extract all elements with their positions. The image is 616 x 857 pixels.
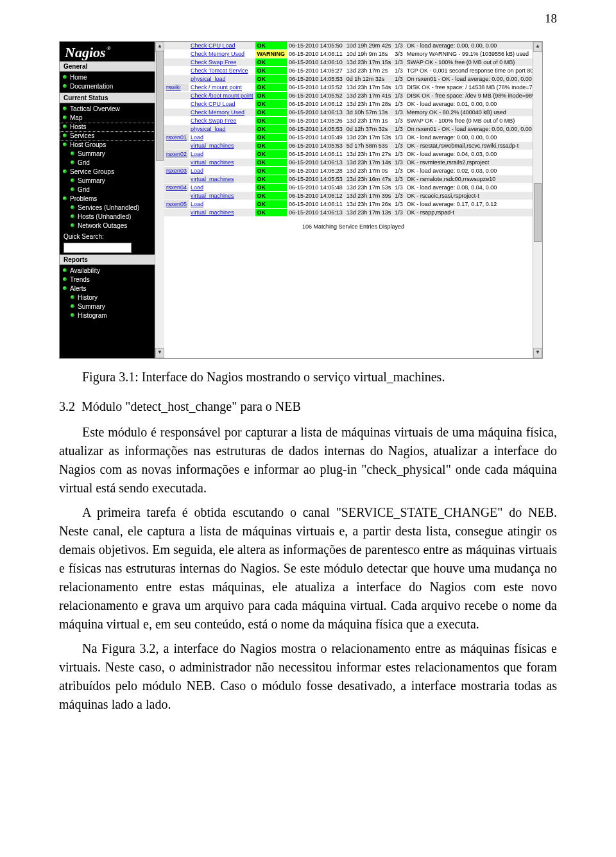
duration-cell: 13d 23h 17m 28s xyxy=(345,100,393,108)
sidebar-item[interactable]: Problems xyxy=(60,195,164,203)
lastcheck-cell: 06-15-2010 14:06:11 xyxy=(287,150,345,159)
bullet-icon xyxy=(71,178,74,182)
sidebar-item[interactable]: Service Groups xyxy=(60,168,164,177)
sidebar-item[interactable]: Summary xyxy=(60,150,164,159)
table-row: virtual_machinesOK06-15-2010 14:06:1213d… xyxy=(164,192,542,200)
host-cell[interactable]: rsxen03 xyxy=(164,167,189,175)
host-cell[interactable]: rsxen02 xyxy=(164,150,189,159)
sidebar-item[interactable]: Map xyxy=(60,114,164,123)
service-cell[interactable]: Check /boot mount point xyxy=(189,92,255,100)
duration-cell: 13d 23h 17m 0s xyxy=(345,167,393,175)
status-cell: OK xyxy=(255,75,287,83)
sidebar-item[interactable]: Alerts xyxy=(60,284,164,293)
table-row: Check CPU LoadOK06-15-2010 14:05:5010d 1… xyxy=(164,42,542,50)
sidebar-item-label: Trends xyxy=(70,276,90,283)
sidebar-item[interactable]: Services (Unhandled) xyxy=(60,203,164,212)
status-cell: OK xyxy=(255,209,287,217)
service-cell[interactable]: Check CPU Load xyxy=(189,100,255,108)
service-cell[interactable]: Check / mount point xyxy=(189,83,255,92)
bullet-icon xyxy=(63,268,67,272)
service-cell[interactable]: virtual_machines xyxy=(189,192,255,200)
lastcheck-cell: 06-15-2010 14:06:13 xyxy=(287,209,345,217)
host-cell xyxy=(164,125,189,134)
section-number: 3.2 xyxy=(59,399,75,414)
sidebar-group-header: Current Status xyxy=(60,92,164,103)
host-cell xyxy=(164,58,189,67)
scroll-down-icon[interactable]: ▼ xyxy=(155,348,164,358)
table-row: Check Tomcat ServiceOK06-15-2010 14:05:2… xyxy=(164,67,542,75)
service-cell[interactable]: Check Memory Used xyxy=(189,108,255,117)
sidebar-scrollbar[interactable]: ▲ ▼ xyxy=(155,42,164,358)
sidebar-item[interactable]: Trends xyxy=(60,275,164,284)
lastcheck-cell: 06-15-2010 14:06:11 xyxy=(287,200,345,209)
sidebar-item-label: Services xyxy=(70,132,94,139)
service-status-table: Check CPU LoadOK06-15-2010 14:05:5010d 1… xyxy=(164,42,542,217)
status-cell: OK xyxy=(255,92,287,100)
sidebar-item[interactable]: Home xyxy=(60,73,164,82)
sidebar-item[interactable]: Services xyxy=(60,132,164,141)
sidebar-item-label: Grid xyxy=(78,159,90,166)
sidebar-item[interactable]: Network Outages xyxy=(60,221,164,230)
service-cell[interactable]: Load xyxy=(189,150,255,159)
service-cell[interactable]: virtual_machines xyxy=(189,209,255,217)
lastcheck-cell: 06-15-2010 14:06:12 xyxy=(287,100,345,108)
sidebar-item[interactable]: Grid xyxy=(60,159,164,168)
service-cell[interactable]: Load xyxy=(189,167,255,175)
table-row: Check Memory UsedWARNING06-15-2010 14:06… xyxy=(164,50,542,58)
status-cell: WARNING xyxy=(255,50,287,58)
main-scrollbar[interactable]: ▲ ▼ xyxy=(533,42,542,358)
host-cell[interactable]: rswiki xyxy=(164,83,189,92)
attempt-cell: 1/3 xyxy=(393,75,405,83)
statusinfo-cell: Memory OK - 80.2% (400040 kB) used xyxy=(405,108,542,117)
service-cell[interactable]: virtual_machines xyxy=(189,159,255,167)
lastcheck-cell: 06-15-2010 14:05:26 xyxy=(287,117,345,125)
sidebar-item[interactable]: Host Groups xyxy=(60,141,164,150)
host-cell[interactable]: rsxen05 xyxy=(164,200,189,209)
service-cell[interactable]: physical_load xyxy=(189,75,255,83)
service-cell[interactable]: Load xyxy=(189,200,255,209)
sidebar-item[interactable]: Documentation xyxy=(60,82,164,91)
sidebar-item[interactable]: Hosts xyxy=(60,123,164,132)
table-row: virtual_machinesOK06-15-2010 14:05:5313d… xyxy=(164,175,542,184)
scroll-thumb[interactable] xyxy=(534,183,542,242)
sidebar-item[interactable]: Grid xyxy=(60,186,164,195)
service-cell[interactable]: virtual_machines xyxy=(189,142,255,150)
attempt-cell: 1/3 xyxy=(393,209,405,217)
status-cell: OK xyxy=(255,200,287,209)
host-cell xyxy=(164,67,189,75)
service-cell[interactable]: Check Memory Used xyxy=(189,50,255,58)
status-cell: OK xyxy=(255,134,287,142)
quick-search-input[interactable] xyxy=(64,243,132,253)
scroll-up-icon[interactable]: ▲ xyxy=(533,42,542,52)
service-cell[interactable]: Check Swap Free xyxy=(189,117,255,125)
body-paragraph: Na Figura 3.2, a interface do Nagios mos… xyxy=(59,639,557,714)
service-cell[interactable]: physical_load xyxy=(189,125,255,134)
host-cell xyxy=(164,100,189,108)
service-cell[interactable]: Check Tomcat Service xyxy=(189,67,255,75)
service-cell[interactable]: Load xyxy=(189,134,255,142)
sidebar-item[interactable]: Summary xyxy=(60,177,164,186)
bullet-icon xyxy=(63,196,67,200)
service-cell[interactable]: Check CPU Load xyxy=(189,42,255,50)
scroll-thumb[interactable] xyxy=(156,51,164,161)
scroll-down-icon[interactable]: ▼ xyxy=(533,348,542,358)
sidebar-item[interactable]: Histogram xyxy=(60,311,164,320)
sidebar-item[interactable]: Hosts (Unhandled) xyxy=(60,212,164,221)
table-row: virtual_machinesOK06-15-2010 14:06:1313d… xyxy=(164,159,542,167)
status-cell: OK xyxy=(255,175,287,184)
sidebar-item[interactable]: Availability xyxy=(60,266,164,275)
sidebar-item[interactable]: Tactical Overview xyxy=(60,105,164,114)
host-cell[interactable]: rsxen01 xyxy=(164,134,189,142)
host-cell xyxy=(164,117,189,125)
sidebar-item-label: Summary xyxy=(78,303,105,310)
status-cell: OK xyxy=(255,125,287,134)
sidebar-item[interactable]: History xyxy=(60,293,164,302)
duration-cell: 13d 23h 17m 1s xyxy=(345,117,393,125)
sidebar-item[interactable]: Summary xyxy=(60,302,164,311)
sidebar-item-label: Service Groups xyxy=(70,168,114,175)
service-cell[interactable]: Check Swap Free xyxy=(189,58,255,67)
service-cell[interactable]: Load xyxy=(189,184,255,192)
statusinfo-cell: OK - load average: 0.17, 0.17, 0.12 xyxy=(405,200,542,209)
host-cell[interactable]: rsxen04 xyxy=(164,184,189,192)
service-cell[interactable]: virtual_machines xyxy=(189,175,255,184)
